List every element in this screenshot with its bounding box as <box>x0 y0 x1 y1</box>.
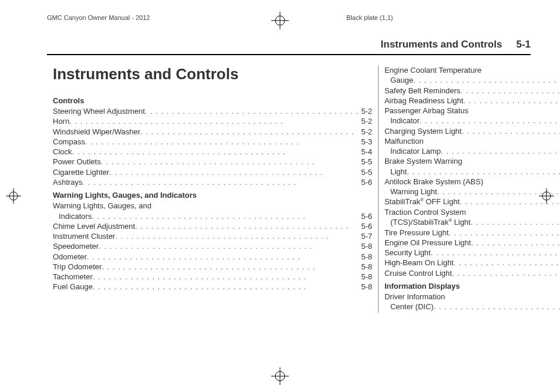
toc-entry: Indicator5-11 <box>384 116 560 126</box>
toc-entry-label: Safety Belt Reminders <box>384 86 460 96</box>
toc-section-heading: Warning Lights, Gauges, and Indicators <box>53 191 372 200</box>
toc-entry: Speedometer5-8 <box>53 242 372 251</box>
toc-entry-label: Indicator <box>384 116 420 126</box>
toc-entry-label: Traction Control System <box>384 208 466 217</box>
toc-entry-label: Speedometer <box>53 242 99 251</box>
toc-entry-label: Instrument Cluster <box>53 232 115 241</box>
toc-entry: Power Outlets5-5 <box>53 157 372 167</box>
toc-entry-page: 5-6 <box>359 212 372 221</box>
toc-entry: Clock5-4 <box>53 147 372 157</box>
toc-entry: Airbag Readiness Light5-10 <box>384 96 560 106</box>
toc-entry: Charging System Light5-12 <box>384 127 560 136</box>
toc-entry-label: Tire Pressure Light <box>384 228 448 238</box>
toc-leader-dots <box>93 282 359 292</box>
toc-leader-dots <box>461 127 560 136</box>
toc-column: Instruments and ControlsControlsSteering… <box>47 66 378 313</box>
toc-entry-label: Clock <box>53 147 72 157</box>
toc-entry: Safety Belt Reminders5-9 <box>384 86 560 96</box>
toc-entry: (TCS)/StabiliTrak® Light5-16 <box>384 218 560 228</box>
toc-entry: Warning Light5-15 <box>384 187 560 197</box>
toc-leader-dots <box>454 258 560 268</box>
toc-entry: Windshield Wiper/Washer5-2 <box>53 127 372 137</box>
toc-leader-dots <box>441 147 560 156</box>
toc-entry-label: Driver Information <box>384 292 445 302</box>
toc-entry-label: Indicators <box>53 212 92 221</box>
toc-entry: Engine Coolant Temperature <box>384 66 560 75</box>
registration-mark-icon <box>271 367 289 385</box>
toc-entry-page: 5-5 <box>359 168 372 177</box>
toc-entry-label: Odometer <box>53 252 87 262</box>
toc-entry-label: Malfunction <box>384 137 423 146</box>
toc-entry: Passenger Airbag Status <box>384 106 560 116</box>
toc-entry: Instrument Cluster5-7 <box>53 232 372 241</box>
toc-entry-label: Passenger Airbag Status <box>384 106 468 116</box>
toc-leader-dots <box>471 218 560 228</box>
toc-leader-dots <box>413 76 560 85</box>
running-header: Instruments and Controls5-1 <box>47 39 531 55</box>
toc-leader-dots <box>140 127 359 137</box>
toc-entry: Ashtrays5-6 <box>53 178 372 187</box>
toc-entry: Odometer5-8 <box>53 252 372 262</box>
toc-leader-dots <box>145 107 359 116</box>
toc-entry-page: 5-8 <box>359 282 372 292</box>
toc-entry: Steering Wheel Adjustment5-2 <box>53 107 372 116</box>
toc-entry: Chime Level Adjustment5-6 <box>53 222 372 231</box>
toc-leader-dots <box>93 272 359 282</box>
section-name: Instruments and Controls <box>381 39 502 50</box>
toc-entry-page: 5-3 <box>359 137 372 147</box>
plate-label: Black plate (1,1) <box>346 14 393 21</box>
toc-entry: Cigarette Lighter5-5 <box>53 168 372 177</box>
toc-entry-label: Tachometer <box>53 272 93 282</box>
toc-entry-label: Fuel Gauge <box>53 282 93 292</box>
toc-entry-label: Gauge <box>384 76 413 85</box>
toc-entry-page: 5-8 <box>359 262 372 272</box>
toc-entry-label: Light <box>384 167 407 177</box>
toc-entry: Indicator Lamp5-12 <box>384 147 560 156</box>
toc-entry-page: 5-5 <box>359 157 372 167</box>
toc-entry: Tire Pressure Light5-17 <box>384 228 560 238</box>
toc-leader-dots <box>463 96 560 106</box>
toc-entry: Antilock Brake System (ABS) <box>384 177 560 187</box>
toc-entry: Gauge5-9 <box>384 76 560 85</box>
toc-entry: Trip Odometer5-8 <box>53 262 372 272</box>
toc-leader-dots <box>434 302 560 312</box>
toc-leader-dots <box>99 242 359 251</box>
toc-leader-dots <box>460 197 560 207</box>
toc-entry-label: Warning Lights, Gauges, and <box>53 201 151 211</box>
toc-leader-dots <box>115 232 359 241</box>
toc-leader-dots <box>102 262 359 272</box>
toc-entry-label: Cigarette Lighter <box>53 168 109 177</box>
toc-entry: Cruise Control Light5-18 <box>384 269 560 278</box>
toc-entry: Fuel Gauge5-8 <box>53 282 372 292</box>
toc-leader-dots <box>135 222 359 231</box>
toc-section-heading: Information Displays <box>384 282 560 291</box>
toc-entry-page: 5-2 <box>359 117 372 126</box>
toc-entry-label: Windshield Wiper/Washer <box>53 127 140 137</box>
toc-entry-page: 5-8 <box>359 272 372 282</box>
toc-entry: Driver Information <box>384 292 560 302</box>
toc-entry: Compass5-3 <box>53 137 372 147</box>
toc-entry-label: Airbag Readiness Light <box>384 96 463 106</box>
toc-entry-label: StabiliTrak® OFF Light <box>384 197 460 207</box>
toc-leader-dots <box>452 269 560 278</box>
toc-leader-dots <box>471 238 560 248</box>
toc-leader-dots <box>83 178 359 187</box>
toc-column: Engine Coolant TemperatureGauge5-9Safety… <box>378 66 560 313</box>
toc-entry-label: Center (DIC) <box>384 302 434 312</box>
toc-entry-page: 5-6 <box>359 222 372 231</box>
toc-entry-page: 5-8 <box>359 242 372 251</box>
toc-entry-label: Horn <box>53 117 69 126</box>
toc-entry-label: Brake System Warning <box>384 157 462 166</box>
toc-entry-page: 5-6 <box>359 178 372 187</box>
toc-entry-label: (TCS)/StabiliTrak® Light <box>384 218 471 228</box>
toc-entry-label: Warning Light <box>384 187 437 197</box>
toc-leader-dots <box>72 147 359 157</box>
toc-leader-dots <box>109 168 359 177</box>
section-page: 5-1 <box>516 39 531 50</box>
toc-entry-label: Cruise Control Light <box>384 269 452 278</box>
toc-entry: Tachometer5-8 <box>53 272 372 282</box>
toc-entry: StabiliTrak® OFF Light5-16 <box>384 197 560 207</box>
toc-leader-dots <box>460 86 560 96</box>
toc-section-heading: Controls <box>53 96 372 106</box>
registration-mark-icon <box>6 188 21 204</box>
